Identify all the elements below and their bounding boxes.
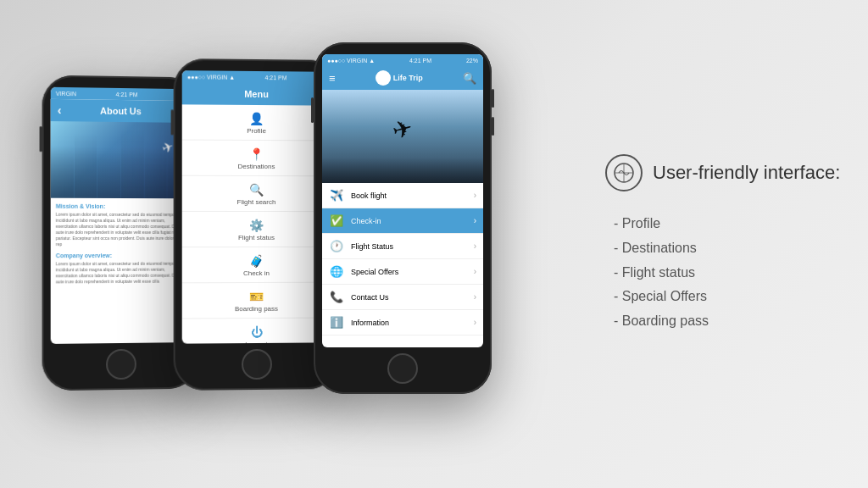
phones-showcase: VIRGIN 4:21 PM ▐▌ ‹ About Us — [25, 8, 602, 483]
phone-3-status-bar: ●●●○○ VIRGIN ▲ 4:21 PM 22% — [322, 54, 483, 66]
search-icon[interactable]: 🔍 — [463, 72, 476, 85]
about-us-header: ‹ About Us — [51, 99, 190, 123]
book-flight-label: Book flight — [351, 191, 467, 200]
flight-search-icon: 🔍 — [249, 183, 264, 197]
book-flight-arrow: › — [474, 191, 476, 200]
check-in-list-icon: ✅ — [329, 214, 344, 227]
phone-3-battery: 22% — [466, 58, 478, 64]
lifetrip-hero-image: ✈ — [322, 90, 483, 183]
features-icon — [605, 154, 643, 191]
about-hero-image: ✈ — [51, 121, 190, 198]
feature-boarding-pass: - Boarding pass — [614, 309, 843, 334]
check-in-item[interactable]: ✅ Check-in › — [322, 208, 483, 234]
phone-2-time: 4:21 PM — [265, 75, 287, 80]
menu-check-in[interactable]: 🧳 Check in — [182, 247, 331, 283]
profile-label: Profile — [247, 127, 266, 135]
log-out-icon: ⏻ — [251, 325, 263, 339]
phone-3-screen: ●●●○○ VIRGIN ▲ 4:21 PM 22% ≡ ✈ Life Trip… — [322, 54, 483, 347]
hamburger-menu-icon[interactable]: ≡ — [329, 72, 336, 85]
information-icon: ℹ️ — [329, 316, 344, 329]
boarding-pass-icon: 🎫 — [249, 290, 264, 303]
phone-1-home-button[interactable] — [106, 349, 136, 380]
flight-status-item[interactable]: 🕐 Flight Status › — [322, 234, 483, 259]
company-heading: Company overview: — [56, 252, 185, 258]
contact-us-item[interactable]: 📞 Contact Us › — [322, 285, 483, 310]
book-flight-item[interactable]: ✈️ Book flight › — [322, 183, 483, 208]
menu-flight-search[interactable]: 🔍 Flight search — [182, 176, 331, 212]
log-out-label: Log out — [245, 341, 268, 344]
menu-flight-status[interactable]: ⚙️ Flight status — [182, 212, 331, 247]
information-item[interactable]: ℹ️ Information › — [322, 310, 483, 336]
boarding-pass-label: Boarding pass — [235, 305, 278, 313]
information-label: Information — [351, 319, 467, 327]
destinations-label: Destinations — [237, 163, 275, 170]
app-logo-icon: ✈ — [376, 70, 391, 86]
information-arrow: › — [474, 318, 476, 327]
profile-icon: 👤 — [249, 112, 264, 125]
menu-title: Menu — [244, 89, 269, 99]
check-in-arrow: › — [474, 216, 476, 225]
flight-status-list-icon: 🕐 — [329, 240, 344, 252]
phone-2-carrier: ●●●○○ VIRGIN ▲ — [187, 74, 235, 80]
features-panel: User-friendly interface: - Profile - Des… — [605, 154, 843, 334]
about-us-title: About Us — [100, 106, 142, 117]
menu-destinations[interactable]: 📍 Destinations — [182, 141, 331, 177]
features-title: User-friendly interface: — [653, 162, 840, 184]
mission-heading: Mission & Vision: — [56, 203, 185, 209]
check-in-label: Check in — [243, 269, 270, 277]
menu-profile[interactable]: 👤 Profile — [182, 104, 331, 141]
check-in-list-label: Check-in — [351, 217, 467, 225]
flight-status-icon: ⚙️ — [249, 219, 264, 232]
about-content: Mission & Vision: Lorem ipsum dolor sit … — [51, 198, 190, 296]
special-offers-label: Special Offers — [351, 268, 467, 276]
flight-search-label: Flight search — [237, 198, 276, 206]
feature-destinations: - Destinations — [614, 236, 843, 261]
menu-boarding-pass[interactable]: 🎫 Boarding pass — [182, 283, 331, 319]
flight-status-arrow: › — [474, 241, 476, 251]
lifetrip-header: ≡ ✈ Life Trip 🔍 — [322, 66, 483, 90]
phone-3-home-button[interactable] — [387, 353, 418, 384]
back-button[interactable]: ‹ — [58, 103, 62, 117]
destinations-icon: 📍 — [249, 147, 264, 161]
phone-2-status-bar: ●●●○○ VIRGIN ▲ 4:21 PM ▐▌ — [182, 70, 331, 84]
mission-text: Lorem ipsum dolor sit amet, consectetur … — [56, 212, 185, 247]
book-flight-icon: ✈️ — [329, 189, 344, 202]
phone-1-screen: VIRGIN 4:21 PM ▐▌ ‹ About Us — [51, 87, 190, 344]
menu-log-out[interactable]: ⏻ Log out — [182, 318, 331, 343]
special-offers-icon: 🌐 — [329, 265, 344, 278]
contact-us-icon: 📞 — [329, 291, 344, 303]
feature-flight-status: - Flight status — [614, 261, 843, 286]
special-offers-item[interactable]: 🌐 Special Offers › — [322, 259, 483, 285]
app-menu-list: ✈️ Book flight › ✅ Check-in › 🕐 Flight S… — [322, 183, 483, 336]
phone-1-time: 4:21 PM — [116, 91, 138, 97]
app-name: Life Trip — [393, 74, 423, 82]
features-list: - Profile - Destinations - Flight status… — [605, 212, 843, 334]
feature-special-offers: - Special Offers — [614, 285, 843, 309]
phone-life-trip: ●●●○○ VIRGIN ▲ 4:21 PM 22% ≡ ✈ Life Trip… — [314, 42, 492, 394]
flight-status-list-label: Flight Status — [351, 242, 467, 251]
feature-profile: - Profile — [614, 212, 843, 236]
flight-status-label: Flight status — [238, 234, 275, 241]
check-in-icon: 🧳 — [249, 254, 264, 268]
features-header: User-friendly interface: — [605, 154, 843, 191]
phone-3-time: 4:21 PM — [409, 58, 431, 64]
phone-2-screen: ●●●○○ VIRGIN ▲ 4:21 PM ▐▌ Menu 👤 Profile… — [182, 70, 331, 343]
menu-header: Menu — [182, 82, 331, 105]
app-logo: ✈ Life Trip — [376, 70, 423, 86]
phone-1-carrier: VIRGIN — [56, 90, 76, 96]
company-text: Lorem ipsum dolor sit amet, consectetur … — [56, 261, 185, 286]
special-offers-arrow: › — [474, 267, 476, 276]
contact-us-label: Contact Us — [351, 293, 467, 302]
contact-us-arrow: › — [474, 292, 476, 302]
phone-3-carrier: ●●●○○ VIRGIN ▲ — [327, 58, 375, 64]
phone-2-home-button[interactable] — [242, 349, 272, 380]
